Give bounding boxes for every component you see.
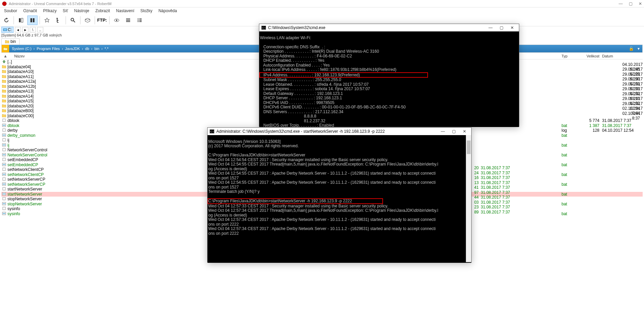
- tab-label: bin: [10, 39, 16, 44]
- breadcrumb-seg-3[interactable]: db: [84, 47, 91, 51]
- breadcrumb-dropdown[interactable]: ▾: [635, 45, 642, 52]
- tool-panel-left[interactable]: [16, 16, 26, 25]
- cmd2-close[interactable]: ✕: [460, 129, 469, 134]
- svg-rect-17: [3, 138, 5, 141]
- tool-tree[interactable]: [53, 16, 64, 25]
- breadcrumb-seg-2[interactable]: JavaJDK: [64, 47, 81, 51]
- menu-nastavení[interactable]: Nastavení: [113, 8, 137, 14]
- cmd1-titlebar[interactable]: C:\ C:\Windows\System32\cmd.exe — ▢ ✕: [259, 24, 519, 31]
- window-title: Administrator - Unreal Commander v3.57x6…: [9, 2, 619, 6]
- right-row-9[interactable]: 8931.08.2017 7:37: [471, 210, 518, 215]
- breadcrumb-seg-5[interactable]: *.*: [103, 47, 110, 51]
- breadcrumb-seg-0[interactable]: System (C:): [10, 47, 33, 51]
- cmd2-maximize[interactable]: ▢: [449, 129, 458, 134]
- svg-point-7: [116, 20, 117, 21]
- menu-nástroje[interactable]: Nástroje: [71, 8, 92, 14]
- right-row-3[interactable]: 1331.08.2017 7:37: [471, 180, 518, 185]
- file-icon: [2, 173, 7, 177]
- tool-search[interactable]: [68, 16, 78, 25]
- file-icon: [2, 99, 7, 103]
- right-row-8[interactable]: 2331.08.2017 7:37: [471, 205, 518, 210]
- col-typ[interactable]: Typ: [562, 54, 582, 58]
- svg-rect-21: [3, 148, 5, 151]
- svg-point-40: [4, 193, 5, 194]
- svg-rect-33: [3, 178, 5, 180]
- menu-složky[interactable]: Složky: [138, 8, 155, 14]
- file-icon: [2, 138, 7, 142]
- tool-list1[interactable]: [123, 16, 133, 25]
- minimize-button[interactable]: —: [619, 1, 623, 6]
- right-row-6[interactable]: 4431.08.2017 7:37: [471, 195, 518, 200]
- col-size[interactable]: Velikost: [582, 54, 602, 58]
- breadcrumb-seg-4[interactable]: bin: [93, 47, 101, 51]
- drive-nav-fwd[interactable]: ►: [22, 27, 28, 32]
- cmd1-title: C:\Windows\System32\cmd.exe: [268, 25, 486, 30]
- file-icon: [2, 202, 7, 206]
- tool-list2[interactable]: [135, 16, 145, 25]
- breadcrumb-seg-1[interactable]: Program Files: [35, 47, 61, 51]
- menu-síť[interactable]: Síť: [60, 8, 71, 14]
- file-icon: [2, 153, 7, 157]
- drive-up[interactable]: ..: [37, 27, 43, 32]
- cmd1-body[interactable]: Wireless LAN adapter Wi-Fi: Connection-s…: [259, 31, 519, 127]
- tool-eye[interactable]: [112, 16, 122, 25]
- cmd2-scrollbar[interactable]: [466, 135, 471, 262]
- cmd2-titlebar[interactable]: C:\ Administrator: C:\Windows\System32\c…: [208, 128, 471, 135]
- breadcrumb-unlock-icon[interactable]: 🔓: [627, 45, 635, 52]
- file-icon: [2, 124, 7, 128]
- tab-bin[interactable]: bin: [1, 38, 20, 45]
- close-button[interactable]: ✕: [639, 1, 642, 6]
- right-row-5[interactable]: 9731.08.2017 7:37: [471, 190, 518, 195]
- file-typ: bat: [562, 133, 582, 138]
- svg-point-48: [4, 213, 5, 214]
- cmd1-minimize[interactable]: —: [486, 25, 495, 30]
- file-icon: [2, 114, 7, 118]
- right-row-4[interactable]: 4131.08.2017 7:37: [471, 185, 518, 190]
- file-typ: bat: [562, 153, 582, 157]
- drive-root[interactable]: \: [30, 27, 36, 32]
- file-icon: [2, 163, 7, 167]
- cmd1-ipv4-highlight: IPv4 Address. . . . . . . . . . . : 192.…: [259, 72, 428, 78]
- svg-point-24: [4, 154, 5, 155]
- svg-point-44: [4, 203, 5, 204]
- cmd2-minimize[interactable]: —: [438, 129, 448, 134]
- menu-zobrazit[interactable]: Zobrazit: [93, 8, 113, 14]
- svg-rect-3: [30, 18, 32, 22]
- file-icon: [2, 79, 7, 83]
- maximize-button[interactable]: ▢: [629, 1, 633, 6]
- svg-point-5: [71, 18, 74, 21]
- file-icon: [2, 119, 7, 123]
- menu-nápověda[interactable]: Nápověda: [156, 8, 180, 14]
- cmd1-maximize[interactable]: ▢: [497, 25, 506, 30]
- cmd1-close[interactable]: ✕: [507, 25, 517, 30]
- sort-indicator-icon: ▲: [1, 54, 7, 58]
- svg-point-36: [4, 183, 5, 184]
- tool-star[interactable]: [42, 16, 52, 25]
- col-date[interactable]: Datum: [602, 54, 643, 58]
- menu-příkazy[interactable]: Příkazy: [40, 8, 59, 14]
- tool-refresh[interactable]: [1, 16, 11, 25]
- menu-soubor[interactable]: Soubor: [1, 8, 20, 14]
- main-titlebar: Administrator - Unreal Commander v3.57x6…: [0, 0, 644, 7]
- file-icon: [2, 94, 7, 98]
- svg-rect-2: [21, 18, 23, 22]
- svg-rect-9: [3, 119, 5, 122]
- right-row-7[interactable]: 0331.08.2017 7:37: [471, 200, 518, 205]
- svg-point-39: [3, 193, 4, 194]
- file-icon: [2, 60, 7, 64]
- right-row-2[interactable]: 1631.08.2017 7:37: [471, 175, 518, 180]
- svg-point-19: [3, 144, 4, 145]
- tool-ftp[interactable]: FTP:: [97, 16, 107, 25]
- drive-nav-back[interactable]: ◄: [15, 27, 21, 32]
- right-row-0[interactable]: 2031.08.2017 7:37: [471, 166, 518, 171]
- file-icon: [2, 143, 7, 147]
- svg-point-12: [4, 125, 5, 126]
- tool-panel-both[interactable]: [27, 16, 38, 25]
- cmd2-body[interactable]: Microsoft Windows [Version 10.0.15063] (…: [208, 135, 471, 263]
- menu-označit[interactable]: Označit: [21, 8, 40, 14]
- file-icon: [2, 75, 7, 79]
- svg-point-31: [3, 174, 4, 175]
- drive-c-button[interactable]: C:: [1, 27, 14, 33]
- tool-box[interactable]: [82, 16, 93, 25]
- right-row-1[interactable]: 2431.08.2017 7:37: [471, 171, 518, 176]
